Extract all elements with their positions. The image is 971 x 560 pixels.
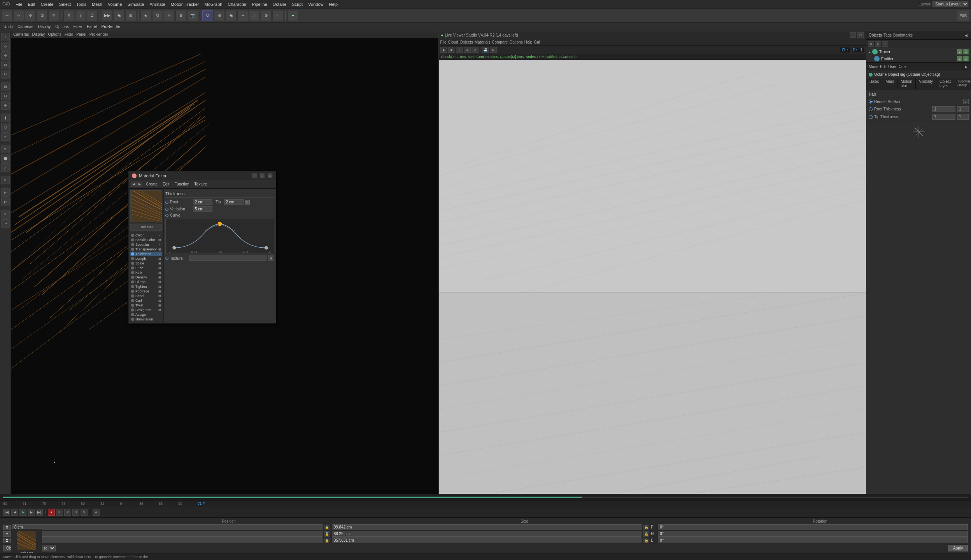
oct-menu-compare[interactable]: Compare [492,40,508,44]
me-ch-density[interactable]: Density ⊞ [130,275,162,280]
attr-rah-checkbox[interactable]: ✓ [963,99,969,104]
om-tracer-vis2[interactable]: ● [963,49,969,54]
me-ch-color[interactable]: Color ✓ [130,233,162,238]
left-btn-2[interactable]: ⊹ [1,42,10,51]
attr-tt-input[interactable] [932,114,955,120]
me-variation-input[interactable] [193,206,212,212]
oct-menu-file[interactable]: File [440,40,447,44]
left-btn-12[interactable]: ✏ [1,145,10,153]
coord-y-lock[interactable]: 🔒 [324,531,330,537]
tool-camera[interactable]: 📷 [187,10,198,21]
vp-prorender[interactable]: ProRender [89,32,108,37]
menu-character[interactable]: Character [225,1,249,7]
octane-viewport-top[interactable] [439,60,866,293]
tool-material[interactable]: ◈ [140,10,151,21]
attr-tab-visibility[interactable]: Visibility [916,78,936,89]
tool-scale[interactable]: ⊠ [37,10,47,21]
me-ch-straighten[interactable]: Straighten ⊞ [130,308,162,312]
me-tip-input[interactable] [224,199,244,205]
om-item-emitter[interactable]: Emitter ● ● [866,55,971,62]
me-ch-specular[interactable]: Specular ✓ [130,242,162,247]
left-btn-16[interactable]: ⊳ [1,188,10,197]
me-ch-bend[interactable]: Bend ⊞ [130,294,162,298]
oct-btn-refresh[interactable]: ↺ [471,47,478,53]
tl-prev-frame[interactable]: ◀ [11,509,18,516]
tool-y[interactable]: Y [75,10,86,21]
me-function[interactable]: Function [172,181,191,187]
coord-x-lock[interactable]: 🔒 [324,525,330,530]
attr-rt-radio[interactable] [869,107,873,111]
tool-spline[interactable]: ∿ [164,10,175,21]
om-tab-objects[interactable]: Objects [869,33,882,37]
me-texture-btn[interactable]: ⊞ [268,256,274,261]
menu-tools[interactable]: Tools [74,1,89,7]
sec-undo[interactable]: Undo [2,24,15,30]
me-ch-scale[interactable]: Scale ⊞ [130,261,162,266]
menu-animate[interactable]: Animate [147,1,167,7]
menu-select[interactable]: Select [57,1,74,7]
me-ch-curl[interactable]: Curl ⊞ [130,298,162,303]
tool-octane-settings[interactable]: ⚙ [214,10,225,21]
left-btn-6[interactable]: ⊞ [1,82,10,91]
oct-btn-pause[interactable]: ⏸ [456,47,463,53]
tl-next-frame[interactable]: ▶ [28,509,35,516]
sec-cameras[interactable]: Cameras [16,24,35,30]
oct-btn-settings[interactable]: ⚙ [490,47,497,53]
attr-rah-radio[interactable] [869,100,873,103]
left-btn-17[interactable]: ⊵ [1,198,10,206]
om-btn-2[interactable]: ⊟ [875,41,881,47]
sec-options[interactable]: Options [53,24,70,30]
left-btn-9[interactable]: ⧫ [1,114,10,122]
me-ch-assign[interactable]: Assign [130,312,162,317]
me-texture-bar[interactable] [189,256,266,261]
me-ch-backlit[interactable]: Backlit Color ⊞ [130,238,162,242]
coord-x-size-lock[interactable]: 🔒 [643,525,649,530]
layout-select[interactable]: Startup Layout [932,1,969,7]
me-ch-thickness[interactable]: Thickness ✓ [130,252,162,256]
left-btn-8[interactable]: ⊕ [1,101,10,110]
me-edit-btn[interactable]: Edit [160,181,172,187]
om-item-tracer[interactable]: ▸ Tracer ● ● [866,48,971,55]
me-root-link[interactable]: ⊞ [245,200,250,205]
sec-panel[interactable]: Panel [85,24,99,30]
attr-tab-main[interactable]: Main [882,78,897,89]
attr-tab-object[interactable]: Object layer [936,78,954,89]
menu-window[interactable]: Window [306,1,326,7]
tl-skip-start[interactable]: |◀ [3,509,10,516]
me-ch-illumination[interactable]: Illumination [130,317,162,322]
oct-menu-gui[interactable]: Gui [534,40,540,44]
om-btn-3[interactable]: ≡ [882,41,888,47]
oct-btn-step[interactable]: ⏭ [464,47,471,53]
menu-motion-tracker[interactable]: Motion Tracker [168,1,202,7]
menu-help[interactable]: Help [327,1,340,7]
me-ch-twist[interactable]: Twist ⊞ [130,303,162,308]
curve-editor[interactable]: 0 0.25 0.5 0.75 1 [165,219,274,254]
tool-undo[interactable]: ↩ [2,10,12,21]
tool-x[interactable]: X [63,10,74,21]
attr-tt-radio[interactable] [869,115,873,119]
om-emitter-vis1[interactable]: ● [957,56,962,61]
tool-film[interactable]: ▶▶ [102,10,113,21]
tl-skip-end[interactable]: ▶| [36,509,43,516]
left-btn-10[interactable]: ⬡ [1,123,10,131]
attr-tab-subdiv[interactable]: Subdivision Group [954,78,971,89]
coord-x-rot[interactable] [658,524,968,530]
octane-minimize[interactable]: _ [850,32,856,38]
coord-y-label-btn[interactable]: Y [3,531,11,537]
menu-volume[interactable]: Volume [105,1,124,7]
me-create[interactable]: Create [144,181,160,187]
coord-z-rot[interactable] [658,537,968,543]
octane-viewport-bottom[interactable]: 128/128. Tri:0/0. Mesh:1. Hair:852 [439,293,866,525]
me-texture-radio[interactable] [165,257,168,260]
coord-z-pos[interactable] [12,537,322,543]
tool-sphere[interactable]: ● [287,10,298,21]
left-btn-19[interactable]: ⋯ [1,219,10,228]
left-btn-15[interactable]: $ [1,176,10,184]
oct-frame-input[interactable]: D: 1 [851,47,864,53]
tool-rotate[interactable]: ↻ [48,10,59,21]
me-ch-footrace[interactable]: Footrace ⊞ [130,289,162,294]
tool-octane-post[interactable]: ⋮ [272,10,283,21]
tool-move[interactable]: ✛ [25,10,36,21]
coord-y-size[interactable] [332,531,642,537]
coord-y-size-lock[interactable]: 🔒 [643,531,649,537]
